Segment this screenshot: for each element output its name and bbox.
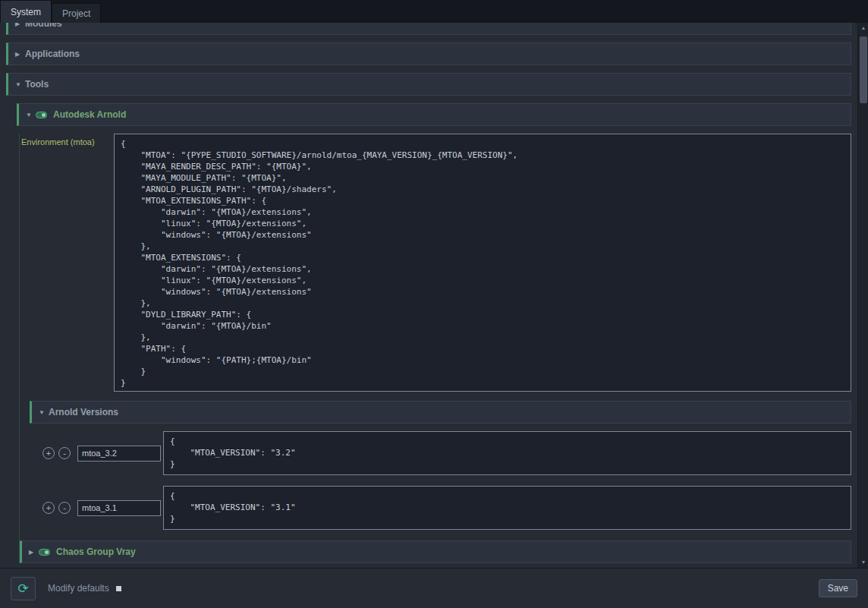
modify-defaults-label: Modify defaults bbox=[48, 583, 109, 594]
scrollbar-thumb[interactable] bbox=[860, 36, 867, 103]
save-button[interactable]: Save bbox=[819, 579, 857, 597]
version-json-editor[interactable]: { "MTOA_VERSION": "3.1" } bbox=[163, 486, 851, 530]
section-title-applications: Applications bbox=[25, 49, 80, 59]
chevron-down-icon: ▼ bbox=[15, 81, 25, 88]
refresh-button[interactable]: ⟳ bbox=[11, 577, 36, 600]
environment-label: Environment (mtoa) bbox=[20, 134, 114, 146]
chevron-right-icon: ▶ bbox=[15, 51, 25, 58]
section-header-arnold-versions[interactable]: ▼ Arnold Versions bbox=[30, 401, 851, 424]
scroll-up-icon[interactable]: ▲ bbox=[858, 23, 868, 33]
footer-bar: ⟳ Modify defaults Save bbox=[0, 568, 868, 608]
enabled-toggle-icon[interactable] bbox=[39, 549, 50, 556]
section-header-tools[interactable]: ▼ Tools bbox=[6, 73, 851, 96]
remove-version-button[interactable]: - bbox=[58, 502, 71, 514]
section-title-autodesk-arnold: Autodesk Arnold bbox=[53, 109, 126, 120]
section-title-tools: Tools bbox=[25, 79, 49, 90]
tab-system[interactable]: System bbox=[0, 0, 52, 23]
section-title-modules: Modules bbox=[25, 23, 62, 29]
version-name-input[interactable] bbox=[77, 446, 161, 462]
autodesk-arnold-body: Environment (mtoa) { "MTOA": "{PYPE_STUD… bbox=[19, 134, 851, 563]
settings-scroll-area: ▶ Modules ▶ Applications ▼ Tools ▼ Autod… bbox=[0, 23, 857, 568]
version-row-mtoa-3-2: + - { "MTOA_VERSION": "3.2" } bbox=[42, 431, 851, 475]
add-version-button[interactable]: + bbox=[42, 447, 55, 459]
chevron-down-icon: ▼ bbox=[39, 409, 49, 416]
vertical-scrollbar[interactable]: ▲ ▼ bbox=[857, 23, 868, 568]
add-version-button[interactable]: + bbox=[42, 502, 55, 514]
modify-defaults-indicator bbox=[116, 586, 121, 591]
remove-version-button[interactable]: - bbox=[58, 447, 71, 459]
scroll-down-icon[interactable]: ▼ bbox=[858, 557, 868, 568]
version-json-editor[interactable]: { "MTOA_VERSION": "3.2" } bbox=[163, 431, 851, 475]
arnold-versions-section: ▼ Arnold Versions + - { "MTOA_VERSION": … bbox=[30, 401, 851, 530]
section-header-autodesk-arnold[interactable]: ▼ Autodesk Arnold bbox=[17, 103, 851, 126]
chevron-right-icon: ▶ bbox=[29, 549, 39, 556]
section-header-applications[interactable]: ▶ Applications bbox=[6, 43, 851, 65]
tools-section-body: ▼ Autodesk Arnold Environment (mtoa) { "… bbox=[17, 103, 851, 563]
environment-row: Environment (mtoa) { "MTOA": "{PYPE_STUD… bbox=[20, 134, 851, 392]
version-row-mtoa-3-1: + - { "MTOA_VERSION": "3.1" } bbox=[42, 486, 851, 530]
enabled-toggle-icon[interactable] bbox=[36, 112, 47, 118]
section-header-modules[interactable]: ▶ Modules bbox=[6, 23, 851, 35]
chevron-down-icon: ▼ bbox=[26, 112, 36, 118]
version-row-buttons: + - bbox=[42, 502, 74, 514]
tab-project[interactable]: Project bbox=[52, 3, 101, 23]
section-title-chaos-group-vray: Chaos Group Vray bbox=[56, 547, 136, 557]
tab-bar: System Project bbox=[0, 0, 868, 23]
version-row-buttons: + - bbox=[42, 447, 74, 459]
version-name-input[interactable] bbox=[77, 500, 161, 516]
section-title-arnold-versions: Arnold Versions bbox=[49, 407, 118, 417]
environment-json-editor[interactable]: { "MTOA": "{PYPE_STUDIO_SOFTWARE}/arnold… bbox=[114, 134, 851, 392]
section-header-chaos-group-vray[interactable]: ▶ Chaos Group Vray bbox=[20, 540, 851, 563]
